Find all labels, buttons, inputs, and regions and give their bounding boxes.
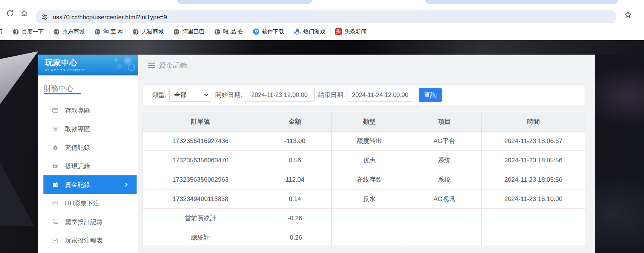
sidebar-item-label: 資金記錄 xyxy=(65,181,90,189)
sidebar-item-label: 取款專區 xyxy=(65,125,90,133)
table-cell: 2024-11-23 18:05:56 xyxy=(482,151,585,170)
bookmark-item[interactable]: 京东商城 xyxy=(53,28,85,35)
table-cell xyxy=(407,228,482,247)
globe-icon xyxy=(214,29,220,35)
browser-tab[interactable] xyxy=(425,0,618,4)
funds-table: 訂單號金額類型項目時間 1732356416927436-113.00额度转出A… xyxy=(143,112,585,247)
table-cell: 0.56 xyxy=(258,151,332,170)
sidebar-item-3[interactable]: 充值記錄 xyxy=(38,138,138,157)
chevron-down-icon xyxy=(204,94,208,96)
moneybag-icon xyxy=(52,144,59,151)
globe-icon xyxy=(13,29,19,35)
globe-icon xyxy=(94,29,101,35)
table-cell: 系统 xyxy=(407,170,482,189)
table-row: 17323494001158380.14反水AG视讯2024-11-23 16:… xyxy=(143,189,585,209)
table-cell: 在线存款 xyxy=(332,170,407,189)
bookmark-label: 热门游戏 xyxy=(303,28,326,35)
start-date-label: 開始日期: xyxy=(215,91,242,99)
sidebar-item-7[interactable]: 廳室投註記錄 xyxy=(38,213,138,231)
table-header-row: 訂單號金額類型項目時間 xyxy=(143,112,585,132)
url-text[interactable]: usa70.cc/hhcp/usercenter.html?iniType=9 xyxy=(53,14,167,21)
sidebar-item-label: HH彩票下注 xyxy=(65,199,99,208)
bookmark-item[interactable]: 唯 品 会 xyxy=(214,28,243,35)
software-download-icon xyxy=(253,28,259,35)
deposit-card-icon xyxy=(52,107,59,114)
table-cell: 2024-11-23 16:10:00 xyxy=(482,189,585,209)
sidebar-header: 玩家中心 PLAYERS CENTER xyxy=(38,55,138,75)
sidebar-item-label: 存款專區 xyxy=(65,106,90,115)
bookmark-item[interactable]: 百度一下 xyxy=(13,28,44,35)
table-row: 1732356356062963112.04在线存款系统2024-11-23 1… xyxy=(143,170,585,189)
type-select[interactable]: 全部 xyxy=(169,88,212,102)
sidebar-item-8[interactable]: 玩家投注報表 xyxy=(38,231,138,250)
banknote-icon xyxy=(52,163,59,169)
sidebar-item-1[interactable]: 存款專區 xyxy=(38,101,138,120)
table-cell: AG视讯 xyxy=(407,189,482,209)
toutiao-glyph: 头 xyxy=(335,28,342,35)
bookmark-item[interactable]: 软件下载 xyxy=(253,28,284,35)
background-shape xyxy=(0,51,38,129)
sidebar: 玩家中心 PLAYERS CENTER 財務中心 存款專區取款專區充值記錄提現記… xyxy=(38,55,138,253)
start-date-input[interactable] xyxy=(244,88,315,102)
sidebar-item-4[interactable]: 提現記錄 xyxy=(38,157,138,175)
table-cell: -0.26 xyxy=(258,228,332,247)
bookmark-label: 阿里巴巴 xyxy=(182,28,205,35)
reload-icon[interactable] xyxy=(4,8,16,19)
column-header: 類型 xyxy=(332,112,407,132)
type-select-value: 全部 xyxy=(174,91,187,99)
bookmark-partial[interactable]: 行 xyxy=(0,28,3,35)
gamepad-icon xyxy=(109,55,136,74)
table-cell xyxy=(332,209,407,228)
pagination-box xyxy=(143,246,585,253)
bookmark-label: 唯 品 会 xyxy=(223,28,243,35)
table-cell: 0.14 xyxy=(258,189,332,209)
bookmark-item[interactable]: 头头条新闻 xyxy=(335,28,367,35)
table-cell: 2024-11-23 18:05:56 xyxy=(482,170,585,189)
site-settings-icon[interactable] xyxy=(41,13,48,21)
table-cell xyxy=(407,209,482,228)
end-date-label: 結束日期: xyxy=(318,91,345,99)
bookmark-item[interactable]: 阿里巴巴 xyxy=(173,28,205,35)
qq-penguin-icon xyxy=(294,28,301,35)
bookmark-label: 头条新闻 xyxy=(344,28,367,35)
divider-accent xyxy=(44,93,81,94)
table-cell: 系统 xyxy=(407,151,482,170)
bookmark-item[interactable]: 热门游戏 xyxy=(294,28,326,35)
sidebar-item-label: 充值記錄 xyxy=(65,143,90,152)
background-shape xyxy=(0,163,34,226)
bookmark-label: 淘 宝 网 xyxy=(103,28,123,35)
sidebar-item-2[interactable]: 取款專區 xyxy=(38,120,138,138)
search-button[interactable]: 查詢 xyxy=(419,88,442,102)
sidebar-item-6[interactable]: HH彩票下注 xyxy=(38,194,138,213)
filter-bar: 類型: 全部 開始日期: 結束日期: 查詢 xyxy=(143,84,585,105)
table-cell: 2024-11-23 18:06:57 xyxy=(482,132,585,151)
table-cell xyxy=(482,228,585,247)
browser-tab[interactable] xyxy=(177,0,312,4)
home-icon[interactable] xyxy=(19,8,30,19)
sidebar-item-label: 玩家投注報表 xyxy=(65,236,103,245)
sidebar-section-title: 財務中心 xyxy=(44,84,138,94)
bookmark-item[interactable]: 淘 宝 网 xyxy=(94,28,123,35)
bookmarks-bar-items: 百度一下京东商城淘 宝 网天猫商城阿里巴巴唯 品 会软件下载热门游戏头头条新闻 xyxy=(13,28,367,35)
main-content: 資金記錄 類型: 全部 開始日期: 結束日期: 查詢 訂單號金額類型項目時間 1… xyxy=(138,55,595,253)
column-header: 項目 xyxy=(407,112,482,132)
table-row: 總統計-0.26 xyxy=(143,228,585,247)
table-row: 1732356416927436-113.00额度转出AG平台2024-11-2… xyxy=(143,132,585,151)
breadcrumb: 資金記錄 xyxy=(148,61,187,70)
table-cell: 1732356356063470 xyxy=(143,151,258,170)
hamburger-icon[interactable] xyxy=(148,62,155,68)
table-cell xyxy=(332,228,407,247)
globe-icon xyxy=(173,29,180,35)
sidebar-item-5[interactable]: 資金記錄 xyxy=(43,175,137,194)
column-header: 金額 xyxy=(258,112,332,132)
bookmark-star-icon[interactable] xyxy=(622,9,633,20)
table-cell: 112.04 xyxy=(258,170,332,189)
withdraw-hand-icon xyxy=(52,126,59,132)
url-bar[interactable]: usa70.cc/hhcp/usercenter.html?iniType=9 xyxy=(36,10,616,25)
background-band xyxy=(0,40,644,55)
bookmark-item[interactable]: 天猫商城 xyxy=(133,28,164,35)
ticket-icon xyxy=(52,200,59,207)
end-date-input[interactable] xyxy=(347,88,413,102)
report-chart-icon xyxy=(52,237,59,244)
wallet-icon xyxy=(52,181,59,188)
